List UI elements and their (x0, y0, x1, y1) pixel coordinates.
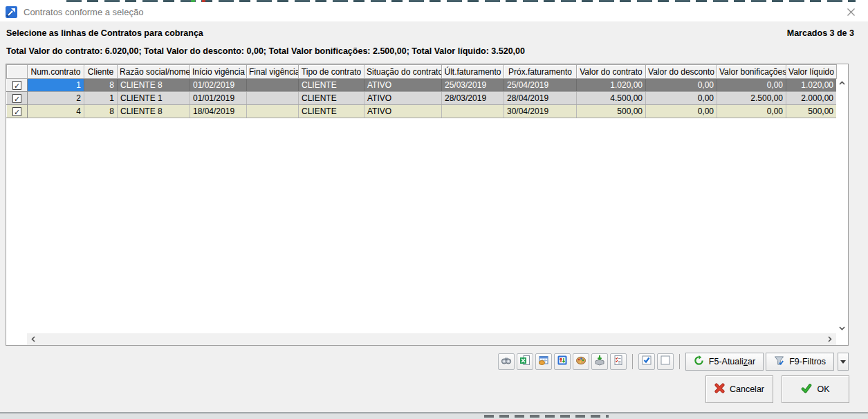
cell-situacao[interactable]: ATIVO (364, 92, 442, 105)
grid-header-tipo[interactable]: Tipo de contrato (299, 65, 364, 79)
grid-header-vdesconto[interactable]: Valor do desconto (646, 65, 717, 79)
toolbar-separator (679, 354, 680, 369)
checkbox-unchecked-icon (660, 355, 671, 369)
cell-final[interactable] (247, 105, 299, 118)
cancel-button[interactable]: Cancelar (705, 375, 773, 403)
background-window-bottom (0, 413, 868, 419)
grid-header-vbonif[interactable]: Valor bonificações (717, 65, 786, 79)
cell-ult[interactable] (442, 105, 504, 118)
checkbox-checked-icon[interactable]: ✓ (12, 94, 21, 103)
print-grid-button[interactable] (535, 353, 552, 370)
cell-vbonif[interactable]: 2.500,00 (717, 92, 786, 105)
grid-row[interactable]: ✓18CLIENTE 801/02/2019CLIENTEATIVO25/03/… (7, 79, 837, 92)
cell-vliquido[interactable]: 500,00 (786, 105, 837, 118)
cell-cliente[interactable]: 1 (84, 92, 118, 105)
cell-num[interactable]: 2 (28, 92, 84, 105)
cell-vbonif[interactable]: 0,00 (717, 79, 786, 92)
checkbox-checked-icon[interactable]: ✓ (12, 107, 21, 116)
grid-header-num[interactable]: Num.contrato (28, 65, 84, 79)
cell-inicio[interactable]: 01/02/2019 (190, 79, 247, 92)
cell-tipo[interactable]: CLIENTE (299, 105, 364, 118)
cell-num[interactable]: 4 (28, 105, 84, 118)
ok-button[interactable]: OK (782, 375, 849, 403)
cell-final[interactable] (247, 92, 299, 105)
export-excel-button[interactable] (517, 353, 533, 370)
cell-num[interactable]: 1 (28, 79, 84, 92)
import-button[interactable] (591, 353, 608, 370)
instruction-text: Selecione as linhas de Contratos para co… (6, 28, 203, 38)
cell-razao[interactable]: CLIENTE 1 (118, 92, 190, 105)
close-icon[interactable] (839, 2, 862, 21)
cell-vbonif[interactable]: 0,00 (717, 105, 786, 118)
scroll-left-icon[interactable] (31, 336, 35, 342)
cell-vdesconto[interactable]: 0,00 (646, 92, 717, 105)
grid-header-select[interactable] (7, 65, 28, 79)
scroll-right-icon[interactable] (828, 336, 832, 342)
ok-check-icon (801, 383, 812, 395)
cell-vcontrato[interactable]: 500,00 (577, 105, 646, 118)
grid-header-prox[interactable]: Próx.faturamento (504, 65, 577, 79)
grid-header-vliquido[interactable]: Valor líquido (786, 65, 837, 79)
cell-vdesconto[interactable]: 0,00 (646, 105, 717, 118)
cancel-label: Cancelar (730, 384, 764, 394)
toolbar-separator (632, 354, 633, 369)
cell-ult[interactable]: 25/03/2019 (442, 79, 504, 92)
import-box-icon (594, 355, 605, 369)
grid-row[interactable]: ✓21CLIENTE 101/01/2019CLIENTEATIVO28/03/… (7, 92, 837, 105)
scroll-down-icon[interactable] (839, 326, 845, 330)
deselect-all-button[interactable] (657, 353, 674, 370)
cell-vliquido[interactable]: 1.020,00 (786, 79, 837, 92)
cell-vcontrato[interactable]: 4.500,00 (577, 92, 646, 105)
cell-tipo[interactable]: CLIENTE (299, 79, 364, 92)
select-all-button[interactable] (638, 353, 655, 370)
horizontal-scrollbar[interactable] (27, 333, 836, 345)
ok-label: OK (817, 384, 829, 394)
grid-header-cliente[interactable]: Cliente (84, 65, 118, 79)
grid-header-inicio[interactable]: Início vigência (190, 65, 247, 79)
column-order-button[interactable] (554, 353, 571, 370)
cell-prox[interactable]: 28/04/2019 (504, 92, 577, 105)
grid-header-vcontrato[interactable]: Valor do contrato (577, 65, 646, 79)
grid-row[interactable]: ✓48CLIENTE 818/04/2019CLIENTEATIVO30/04/… (7, 105, 837, 118)
filters-dropdown-button[interactable] (838, 353, 849, 371)
marked-count: Marcados 3 de 3 (787, 28, 854, 38)
cell-final[interactable] (247, 79, 299, 92)
cell-vdesconto[interactable]: 0,00 (646, 79, 717, 92)
grid-toolbar: F5-Atualizar F9-Filtros (498, 353, 849, 371)
grid-header-razao[interactable]: Razão social/nome (118, 65, 190, 79)
column-order-icon (557, 355, 568, 369)
cell-tipo[interactable]: CLIENTE (299, 92, 364, 105)
vertical-scrollbar[interactable] (836, 79, 848, 333)
cell-ult[interactable]: 28/03/2019 (442, 92, 504, 105)
grid-header-final[interactable]: Final vigência (247, 65, 299, 79)
cell-cliente[interactable]: 8 (84, 105, 118, 118)
cell-inicio[interactable]: 01/01/2019 (190, 92, 247, 105)
cell-inicio[interactable]: 18/04/2019 (190, 105, 247, 118)
cell-razao[interactable]: CLIENTE 8 (118, 79, 190, 92)
cell-prox[interactable]: 30/04/2019 (504, 105, 577, 118)
window-title: Contratos conforme a seleção (24, 7, 839, 17)
grid-header-situacao[interactable]: Situação do contrato (364, 65, 442, 79)
dropdown-caret-icon (840, 360, 846, 364)
contracts-grid: Num.contratoClienteRazão social/nomeIníc… (6, 64, 849, 346)
checkbox-checked-icon[interactable]: ✓ (12, 81, 21, 90)
row-checkbox-cell[interactable]: ✓ (7, 92, 28, 105)
cell-situacao[interactable]: ATIVO (364, 79, 442, 92)
colors-button[interactable] (573, 353, 589, 370)
refresh-button[interactable]: F5-Atualizar (685, 353, 764, 371)
cell-vcontrato[interactable]: 1.020,00 (577, 79, 646, 92)
scroll-up-icon[interactable] (839, 81, 845, 85)
search-button[interactable] (498, 353, 515, 370)
row-checkbox-cell[interactable]: ✓ (7, 105, 28, 118)
row-checkbox-cell[interactable]: ✓ (7, 79, 28, 92)
cell-razao[interactable]: CLIENTE 8 (118, 105, 190, 118)
grid-header-ult[interactable]: Últ.faturamento (442, 65, 504, 79)
cell-cliente[interactable]: 8 (84, 79, 118, 92)
cell-vliquido[interactable]: 2.000,00 (786, 92, 837, 105)
grid-table: Num.contratoClienteRazão social/nomeIníc… (6, 64, 837, 118)
filters-button[interactable]: F9-Filtros (766, 353, 834, 371)
cell-situacao[interactable]: ATIVO (364, 105, 442, 118)
conference-button[interactable] (610, 353, 627, 370)
cell-prox[interactable]: 25/04/2019 (504, 79, 577, 92)
checklist-icon (613, 355, 624, 369)
